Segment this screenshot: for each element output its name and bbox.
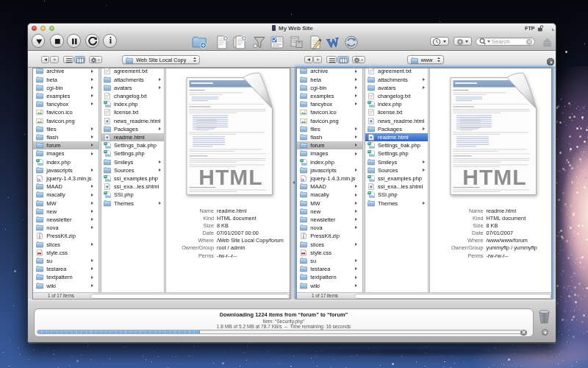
svg-text:HTML: HTML [198, 165, 262, 189]
svg-text:W: W [326, 35, 340, 50]
svg-text:HTML: HTML [462, 165, 526, 189]
svg-text:js: js [37, 177, 40, 181]
svg-text:js: js [301, 177, 304, 181]
